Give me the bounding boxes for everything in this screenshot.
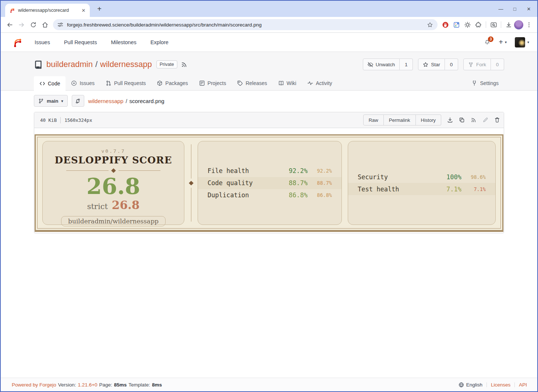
metric-value: 88.7% [272,179,308,187]
create-new-button[interactable]: + ▾ [499,38,507,46]
api-link[interactable]: API [519,382,527,388]
tab-wiki[interactable]: Wiki [273,76,302,90]
forward-button[interactable] [15,19,27,31]
metric-row: Test health 7.1% 7.1% [348,183,495,195]
language-selector[interactable]: English [459,382,482,388]
history-button[interactable]: History [416,114,441,126]
edit-file-icon[interactable] [482,117,488,123]
page-title: builderadmin / wildernessapp [46,60,152,69]
nav-item-explore[interactable]: Explore [151,39,169,45]
site-settings-icon[interactable] [57,22,63,28]
star-button-group: Star 0 [418,59,458,70]
minimize-button[interactable]: — [496,4,506,14]
language-label: English [466,382,482,388]
url-text[interactable]: forgejo.freshbrewed.science/builderadmin… [67,22,423,28]
tab-settings[interactable]: Settings [466,76,504,90]
back-button[interactable] [4,19,15,31]
git-branch-icon [38,98,44,104]
address-bar[interactable]: forgejo.freshbrewed.science/builderadmin… [53,19,438,30]
tab-packages[interactable]: Packages [151,76,193,90]
repo-title-separator: / [95,60,98,69]
downloads-icon[interactable] [503,19,514,30]
maximize-button[interactable]: □ [510,4,520,14]
star-icon [423,62,428,67]
tab-label: Pull Requests [114,80,146,86]
rss-icon[interactable] [181,61,187,68]
page-time-label: Page: [99,382,112,388]
delete-file-icon[interactable] [494,117,500,123]
metric-value: 100% [426,173,461,181]
metric-row: Security 100% 98.6% [348,171,495,183]
metric-secondary-value: 88.7% [308,180,332,186]
watchers-count[interactable]: 1 [400,59,413,70]
reload-button[interactable] [27,19,39,31]
settings-gear-extension-icon[interactable] [462,19,473,30]
tab-issues[interactable]: Issues [66,76,100,90]
version-value-link[interactable]: 1.21.6+0 [78,382,98,388]
download-file-icon[interactable] [447,117,453,123]
user-avatar[interactable] [515,37,525,47]
user-menu[interactable]: ▾ [515,37,529,47]
nav-item-pull-requests[interactable]: Pull Requests [64,39,97,45]
tab-activity[interactable]: Activity [302,76,337,90]
tab-code[interactable]: Code [34,76,66,91]
unwatch-button[interactable]: Unwatch [363,59,400,70]
branch-name: main [47,98,59,104]
repo-name-link[interactable]: wildernessapp [100,60,152,69]
fork-button[interactable]: Fork [463,59,491,70]
branch-selector[interactable]: main ▾ [34,95,68,107]
metric-secondary-value: 92.2% [308,168,332,174]
nav-item-issues[interactable]: Issues [35,39,50,45]
forgejo-logo[interactable] [12,37,23,48]
notifications-bell-icon[interactable]: 3 [484,39,491,46]
compare-button[interactable] [72,95,84,107]
raw-button[interactable]: Raw [363,114,384,126]
tab-releases[interactable]: Releases [231,76,272,90]
metric-label: Security [358,173,426,181]
forks-count[interactable]: 0 [491,59,504,70]
breadcrumb-repo-link[interactable]: wildernessapp [88,98,124,104]
repo-owner-link[interactable]: builderadmin [46,60,93,69]
adblock-extension-icon[interactable] [440,19,451,30]
issue-icon [71,80,77,86]
meta-divider [60,117,61,123]
tab-close-icon[interactable]: ✕ [80,7,87,14]
browser-titlebar: wildernessapp/scorecard ✕ + — □ ✕ [1,1,537,17]
licenses-link[interactable]: Licenses [491,382,510,388]
forgejo-favicon-icon [9,7,15,13]
metric-secondary-value: 7.1% [461,186,486,192]
metric-label: Code quality [208,179,272,187]
powered-by-link[interactable]: Powered by Forgejo [12,382,56,388]
scorecard-version: v0.7.7 [43,148,184,154]
bookmark-star-icon[interactable] [427,22,433,28]
tab-label: Packages [165,80,188,86]
footer-separator [486,382,487,387]
copy-path-icon[interactable] [459,117,465,123]
header-divider [1,90,537,91]
star-button[interactable]: Star [418,59,445,70]
scorecard-repo-pill: builderadmin/wildernessapp [61,216,166,226]
wiki-book-icon [278,80,284,86]
tag-icon [237,80,243,86]
scorecard-title: DESLOPPIFY SCORE [43,155,184,166]
permalink-button[interactable]: Permalink [384,114,416,126]
extensions-puzzle-icon[interactable] [473,19,484,30]
rss-feed-icon[interactable] [471,117,477,123]
close-button[interactable]: ✕ [524,4,534,14]
breadcrumb-file: scorecard.png [130,98,164,104]
tab-search-icon[interactable] [488,19,499,30]
metric-label: Test health [358,186,426,193]
stars-count[interactable]: 0 [445,59,458,70]
tab-pull-requests[interactable]: Pull Requests [100,76,151,90]
nav-item-milestones[interactable]: Milestones [111,39,136,45]
tab-projects[interactable]: Projects [194,76,232,90]
screenshot-extension-icon[interactable] [451,19,462,30]
browser-menu-kebab-icon[interactable] [523,19,534,30]
browser-profile-avatar[interactable] [514,20,523,29]
tab-label: Releases [245,80,267,86]
new-tab-button[interactable]: + [94,4,105,14]
home-button[interactable] [39,19,51,31]
unwatch-label: Unwatch [376,62,395,67]
metric-row: Duplication 86.8% 86.8% [198,189,341,201]
browser-tab[interactable]: wildernessapp/scorecard ✕ [5,4,90,17]
